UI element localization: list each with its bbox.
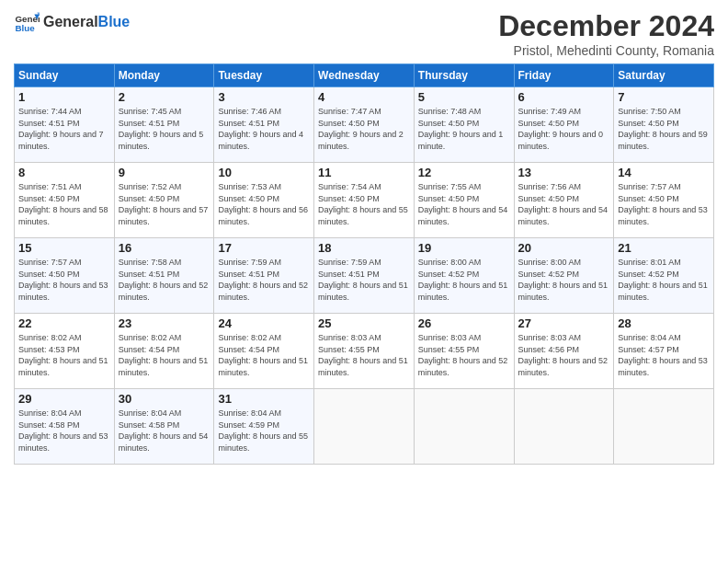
- daylight: Daylight: 8 hours and 56 minutes.: [218, 205, 308, 226]
- calendar-cell: 27 Sunrise: 8:03 AM Sunset: 4:56 PM Dayl…: [514, 314, 614, 389]
- calendar-cell: 28 Sunrise: 8:04 AM Sunset: 4:57 PM Dayl…: [614, 314, 714, 389]
- week-row-4: 22 Sunrise: 8:02 AM Sunset: 4:53 PM Dayl…: [15, 314, 714, 389]
- day-number: 8: [18, 166, 110, 179]
- col-thursday: Thursday: [414, 64, 514, 87]
- day-number: 14: [618, 166, 710, 179]
- day-info: Sunrise: 8:04 AM Sunset: 4:59 PM Dayligh…: [218, 408, 310, 454]
- calendar-cell: 24 Sunrise: 8:02 AM Sunset: 4:54 PM Dayl…: [214, 314, 314, 389]
- day-info: Sunrise: 8:00 AM Sunset: 4:52 PM Dayligh…: [418, 257, 510, 303]
- daylight: Daylight: 8 hours and 52 minutes.: [518, 356, 609, 377]
- daylight: Daylight: 8 hours and 57 minutes.: [119, 205, 209, 226]
- sunrise: Sunrise: 7:58 AM: [119, 258, 182, 267]
- calendar-cell: 2 Sunrise: 7:45 AM Sunset: 4:51 PM Dayli…: [114, 87, 214, 163]
- day-info: Sunrise: 8:04 AM Sunset: 4:57 PM Dayligh…: [618, 332, 710, 378]
- sunset: Sunset: 4:55 PM: [318, 345, 380, 354]
- sunset: Sunset: 4:50 PM: [18, 270, 80, 279]
- sunrise: Sunrise: 7:52 AM: [119, 182, 182, 191]
- logo: General Blue GeneralBlue: [14, 9, 130, 35]
- sunset: Sunset: 4:58 PM: [119, 420, 180, 430]
- daylight: Daylight: 8 hours and 52 minutes.: [418, 356, 508, 377]
- calendar-cell: 21 Sunrise: 8:01 AM Sunset: 4:52 PM Dayl…: [614, 238, 714, 314]
- title-area: December 2024 Pristol, Mehedinti County,…: [498, 9, 714, 58]
- day-info: Sunrise: 8:04 AM Sunset: 4:58 PM Dayligh…: [18, 408, 110, 454]
- sunset: Sunset: 4:51 PM: [119, 119, 180, 128]
- day-info: Sunrise: 7:58 AM Sunset: 4:51 PM Dayligh…: [119, 257, 210, 303]
- sunrise: Sunrise: 7:50 AM: [618, 107, 681, 116]
- calendar-cell: 20 Sunrise: 8:00 AM Sunset: 4:52 PM Dayl…: [514, 238, 614, 314]
- calendar-cell: 25 Sunrise: 8:03 AM Sunset: 4:55 PM Dayl…: [314, 314, 415, 389]
- sunrise: Sunrise: 8:02 AM: [18, 333, 82, 342]
- day-info: Sunrise: 7:56 AM Sunset: 4:50 PM Dayligh…: [518, 181, 610, 227]
- month-title: December 2024: [498, 9, 714, 43]
- day-info: Sunrise: 7:46 AM Sunset: 4:51 PM Dayligh…: [218, 106, 310, 152]
- calendar-cell: 6 Sunrise: 7:49 AM Sunset: 4:50 PM Dayli…: [514, 87, 614, 163]
- calendar-cell: 9 Sunrise: 7:52 AM Sunset: 4:50 PM Dayli…: [114, 163, 214, 238]
- sunset: Sunset: 4:52 PM: [518, 270, 580, 279]
- sunset: Sunset: 4:52 PM: [618, 270, 679, 279]
- sunset: Sunset: 4:54 PM: [218, 345, 279, 354]
- day-info: Sunrise: 7:44 AM Sunset: 4:51 PM Dayligh…: [18, 106, 110, 152]
- week-row-2: 8 Sunrise: 7:51 AM Sunset: 4:50 PM Dayli…: [15, 163, 714, 238]
- daylight: Daylight: 8 hours and 58 minutes.: [18, 205, 108, 226]
- daylight: Daylight: 9 hours and 5 minutes.: [119, 130, 204, 151]
- daylight: Daylight: 9 hours and 1 minute.: [418, 130, 504, 151]
- week-row-1: 1 Sunrise: 7:44 AM Sunset: 4:51 PM Dayli…: [15, 87, 714, 163]
- daylight: Daylight: 8 hours and 55 minutes.: [318, 205, 408, 226]
- day-info: Sunrise: 7:50 AM Sunset: 4:50 PM Dayligh…: [618, 106, 710, 152]
- sunrise: Sunrise: 8:04 AM: [119, 408, 182, 418]
- calendar-cell: 13 Sunrise: 7:56 AM Sunset: 4:50 PM Dayl…: [514, 163, 614, 238]
- sunset: Sunset: 4:51 PM: [18, 119, 80, 128]
- day-number: 4: [318, 90, 410, 104]
- sunset: Sunset: 4:50 PM: [518, 194, 580, 203]
- day-info: Sunrise: 8:03 AM Sunset: 4:55 PM Dayligh…: [318, 332, 410, 378]
- sunset: Sunset: 4:50 PM: [518, 119, 580, 128]
- sunset: Sunset: 4:51 PM: [119, 270, 180, 279]
- sunrise: Sunrise: 7:45 AM: [119, 107, 182, 116]
- day-number: 27: [518, 316, 610, 330]
- day-info: Sunrise: 7:57 AM Sunset: 4:50 PM Dayligh…: [18, 257, 110, 303]
- day-number: 19: [418, 241, 510, 255]
- sunset: Sunset: 4:50 PM: [318, 194, 380, 203]
- day-info: Sunrise: 7:48 AM Sunset: 4:50 PM Dayligh…: [418, 106, 510, 152]
- day-number: 2: [119, 90, 210, 104]
- day-number: 31: [218, 392, 310, 406]
- day-number: 10: [218, 166, 310, 179]
- sunrise: Sunrise: 8:00 AM: [418, 258, 482, 267]
- calendar-cell: 22 Sunrise: 8:02 AM Sunset: 4:53 PM Dayl…: [15, 314, 115, 389]
- day-info: Sunrise: 8:04 AM Sunset: 4:58 PM Dayligh…: [119, 408, 210, 454]
- daylight: Daylight: 8 hours and 52 minutes.: [119, 281, 209, 302]
- col-friday: Friday: [514, 64, 614, 87]
- day-info: Sunrise: 8:03 AM Sunset: 4:56 PM Dayligh…: [518, 332, 610, 378]
- page-container: General Blue GeneralBlue December 2024 P…: [0, 0, 728, 474]
- sunrise: Sunrise: 8:04 AM: [618, 333, 681, 342]
- sunrise: Sunrise: 7:59 AM: [218, 258, 281, 267]
- day-number: 13: [518, 166, 610, 179]
- calendar-cell: 31 Sunrise: 8:04 AM Sunset: 4:59 PM Dayl…: [214, 389, 314, 465]
- calendar-table: Sunday Monday Tuesday Wednesday Thursday…: [14, 63, 714, 465]
- calendar-cell: 17 Sunrise: 7:59 AM Sunset: 4:51 PM Dayl…: [214, 238, 314, 314]
- sunrise: Sunrise: 7:57 AM: [618, 182, 681, 191]
- sunset: Sunset: 4:50 PM: [618, 119, 679, 128]
- calendar-cell: 5 Sunrise: 7:48 AM Sunset: 4:50 PM Dayli…: [414, 87, 514, 163]
- day-info: Sunrise: 7:59 AM Sunset: 4:51 PM Dayligh…: [318, 257, 410, 303]
- calendar-cell: 4 Sunrise: 7:47 AM Sunset: 4:50 PM Dayli…: [314, 87, 415, 163]
- calendar-cell: 1 Sunrise: 7:44 AM Sunset: 4:51 PM Dayli…: [15, 87, 115, 163]
- day-info: Sunrise: 8:03 AM Sunset: 4:55 PM Dayligh…: [418, 332, 510, 378]
- day-number: 15: [18, 241, 110, 255]
- sunrise: Sunrise: 8:01 AM: [618, 258, 681, 267]
- sunset: Sunset: 4:50 PM: [18, 194, 80, 203]
- sunrise: Sunrise: 8:03 AM: [518, 333, 582, 342]
- daylight: Daylight: 8 hours and 53 minutes.: [18, 431, 108, 453]
- col-saturday: Saturday: [614, 64, 714, 87]
- sunset: Sunset: 4:52 PM: [418, 270, 480, 279]
- sunset: Sunset: 4:50 PM: [318, 119, 380, 128]
- sunset: Sunset: 4:50 PM: [119, 194, 180, 203]
- daylight: Daylight: 8 hours and 59 minutes.: [618, 130, 708, 151]
- day-number: 23: [119, 316, 210, 330]
- day-info: Sunrise: 7:52 AM Sunset: 4:50 PM Dayligh…: [119, 181, 210, 227]
- calendar-cell: 11 Sunrise: 7:54 AM Sunset: 4:50 PM Dayl…: [314, 163, 415, 238]
- calendar-cell: [514, 389, 614, 465]
- sunset: Sunset: 4:59 PM: [218, 420, 279, 430]
- day-number: 12: [418, 166, 510, 179]
- sunrise: Sunrise: 8:03 AM: [318, 333, 381, 342]
